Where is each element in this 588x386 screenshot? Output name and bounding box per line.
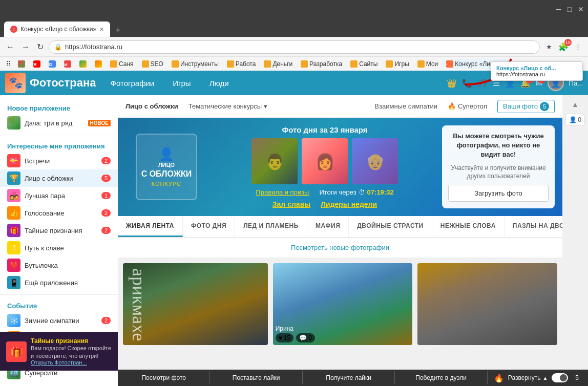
bottom-btn-2[interactable]: Поставьте лайки — [210, 371, 302, 384]
sidebar-app-para[interactable]: 💑 Лучшая пара 1 — [0, 187, 118, 204]
tab-tender-words[interactable]: НЕЖНЫЕ СЛОВА — [432, 216, 505, 237]
new-tab-button[interactable]: + — [111, 24, 124, 37]
forward-button[interactable]: → — [19, 40, 32, 54]
site-logo-text: Фотострана — [30, 76, 96, 90]
bookmark-my[interactable]: Мои — [414, 59, 442, 69]
menu-button[interactable]: ⋮ — [572, 41, 584, 53]
apps-menu[interactable]: ⠿ — [4, 59, 13, 69]
online-counter: 👤 0 — [565, 114, 585, 126]
notif-link[interactable]: Открыть Фотостран... — [31, 359, 112, 366]
maximize-button[interactable]: □ — [568, 5, 572, 13]
sidebar-divider-2 — [0, 294, 118, 295]
tab-favicon: f — [10, 26, 17, 33]
view-new-photos-link[interactable]: Посмотреть новые фотографии — [291, 244, 389, 251]
photo-item-2[interactable]: ♥ 15 💬 0 Ирина — [273, 263, 413, 345]
contest-nav-lico[interactable]: Лицо с обложки — [125, 100, 178, 112]
sidebar-divider-1 — [0, 135, 118, 135]
bookmark-games[interactable]: Игры — [383, 59, 412, 69]
browser-tab-active[interactable]: f Конкурс «Лицо с обложки» ✕ — [4, 22, 110, 37]
tab-puzzles[interactable]: ПАЗЛЫ НА ДВОИХ — [505, 216, 562, 237]
bookmark-money[interactable]: Деньги — [261, 59, 296, 69]
bookmark-seo[interactable]: SEO — [139, 59, 166, 69]
nav-games[interactable]: Игры — [169, 77, 195, 90]
upload-photo-button[interactable]: Загрузить фото — [448, 185, 549, 202]
bottom-btn-3[interactable]: Получите лайки — [303, 371, 395, 384]
bottom-btn-4[interactable]: Победите в дуэли — [395, 371, 487, 384]
mutual-link[interactable]: Взаимные симпатии — [374, 102, 437, 110]
sidebar-app-glory[interactable]: ⭐ Путь к славе — [0, 239, 118, 256]
your-photos-button[interactable]: Ваши фото 5 — [497, 100, 555, 113]
hero-photo-2[interactable]: 👩 — [302, 138, 348, 184]
sidebar-app-vote[interactable]: 👍 Голосование 2 — [0, 204, 118, 222]
sidebar-app-vstrechi[interactable]: 💝 Встречи 2 — [0, 152, 118, 169]
events-title: События — [0, 298, 118, 312]
app-icon-lico: 🏆 — [7, 171, 20, 185]
nav-photos[interactable]: Фотографии — [107, 77, 159, 90]
app-icon-secret: 🎁 — [7, 224, 20, 237]
nav-people[interactable]: Люди — [205, 77, 233, 90]
back-button[interactable]: ← — [4, 40, 16, 54]
bookmark-sites[interactable]: Сайты — [347, 59, 381, 69]
contest-logo-title: ЛИЦО — [158, 161, 175, 168]
sidebar-app-bottle[interactable]: ❤️ Бутылочка — [0, 256, 118, 274]
sidebar-app-more[interactable]: 📱 Ещё приложения — [0, 274, 118, 291]
hero-photo-3[interactable]: 👴 — [352, 138, 398, 184]
bookmark-yandex[interactable]: Я — [30, 59, 44, 69]
bookmark-tools[interactable]: Инструменты — [169, 59, 222, 69]
your-photos-badge: 5 — [540, 102, 549, 111]
browser-titlebar: ─ □ ✕ — [0, 0, 588, 18]
app-icon-more: 📱 — [7, 276, 20, 289]
app-name-lico: Лицо с обложки — [25, 175, 97, 182]
extensions-button[interactable]: 🧩 15 — [557, 41, 570, 53]
tab-mafia[interactable]: МАФИЯ — [307, 216, 349, 237]
bookmark-work[interactable]: Работа — [224, 59, 259, 69]
sidebar-app-dача[interactable]: 🌿 Дача: три в ряд НОВОЕ — [0, 114, 118, 132]
bookmark-g[interactable]: G — [46, 59, 59, 69]
contest-logo-main: С ОБЛОЖКИ — [141, 169, 192, 179]
bookmark-ads[interactable] — [76, 59, 90, 69]
tab-ice-flame[interactable]: ЛЕД И ПЛАМЕНЬ — [235, 216, 307, 237]
photo-item-3[interactable] — [417, 263, 557, 345]
extension-badge: 15 — [564, 39, 572, 46]
fire-icon: 🔥 — [448, 102, 456, 110]
bottom-bar: Посмотри фото Поставьте лайки Получите л… — [118, 370, 588, 386]
hall-of-fame-link[interactable]: Зал славы — [272, 200, 310, 208]
toggle-switch[interactable] — [552, 373, 568, 382]
photo-item-1[interactable]: арикмахе — [123, 263, 268, 345]
bottom-btn-1[interactable]: Посмотри фото — [118, 371, 210, 384]
timer-value: 07:19:32 — [367, 188, 394, 196]
contest-logo-sub: КОНКУРС — [152, 181, 181, 187]
bookmark-dev[interactable]: Разработка — [298, 59, 345, 69]
star-button[interactable]: ★ — [543, 41, 555, 53]
app-badge-secret: 2 — [101, 227, 111, 234]
minimize-button[interactable]: ─ — [556, 5, 561, 13]
expand-button[interactable]: Развернуть ▲ — [508, 374, 548, 381]
tooltip-popup: Конкурс «Лицо с об... https://fotostrana… — [491, 61, 583, 81]
bookmark-analytics[interactable] — [92, 59, 105, 69]
tab-live-feed[interactable]: ЖИВАЯ ЛЕНТА — [118, 216, 183, 237]
sidebar-app-lico[interactable]: 🏆 Лицо с обложки 5 — [0, 169, 118, 187]
sidebar-event-winter[interactable]: ❄️ Зимние симпатии 2 — [0, 312, 118, 329]
bookmark-google[interactable] — [15, 59, 28, 69]
app-name-more: Ещё приложения — [25, 279, 111, 287]
app-icon-dacha: 🌿 — [7, 116, 20, 130]
refresh-button[interactable]: ↻ — [35, 40, 46, 54]
sidebar-app-secret[interactable]: 🎁 Тайные признания 2 — [0, 222, 118, 239]
hero-photo-1[interactable]: 👨 — [251, 138, 298, 184]
bookmark-gmail[interactable]: M — [61, 59, 74, 69]
bookmark-sanya[interactable]: Саня — [107, 59, 137, 69]
tab-photo-day[interactable]: ФОТО ДНЯ — [183, 216, 235, 237]
week-leaders-link[interactable]: Лидеры недели — [321, 200, 377, 208]
tab-double-passion[interactable]: ДВОЙНЫЕ СТРАСТИ — [349, 216, 432, 237]
crown-icon[interactable]: 👑 — [447, 78, 457, 88]
tab-close-button[interactable]: ✕ — [99, 26, 104, 33]
hero-banner: 👤 ЛИЦО С ОБЛОЖКИ КОНКУРС Фото дня за 23 … — [118, 118, 562, 216]
app-badge-vote: 2 — [101, 209, 111, 217]
photos-view-link: Посмотреть новые фотографии — [118, 238, 562, 258]
rules-link[interactable]: Правила и призы — [256, 188, 309, 196]
supertop-button[interactable]: 🔥 Супертоп — [448, 102, 487, 110]
close-button[interactable]: ✕ — [578, 5, 584, 13]
photo-comments: 💬 0 — [296, 333, 315, 342]
contest-nav-thematic[interactable]: Тематические конкурсы ▾ — [188, 100, 267, 112]
scroll-up-button[interactable]: ▲ — [572, 100, 579, 109]
